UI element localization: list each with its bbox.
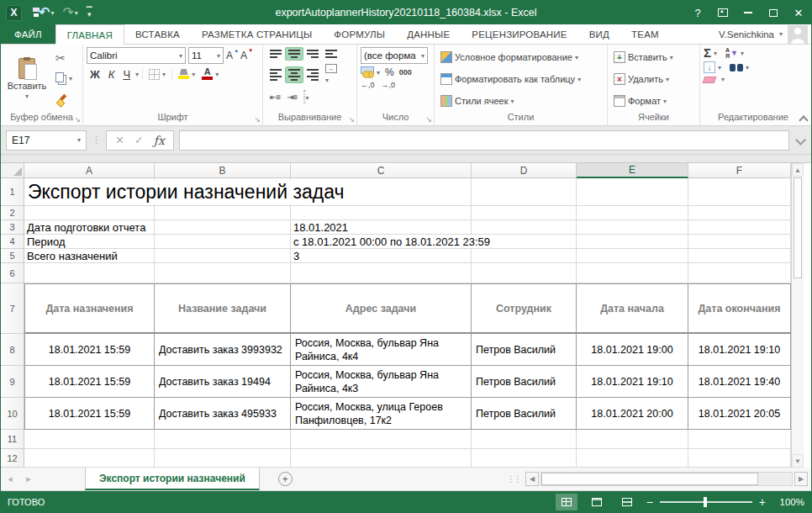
zoom-in-button[interactable]: +	[759, 497, 766, 507]
table-header-D7[interactable]: Сотрудник	[472, 283, 577, 334]
tab-file[interactable]: ФАЙЛ	[1, 24, 55, 44]
undo-dropdown[interactable]: ▾	[50, 9, 54, 17]
cell-B11[interactable]	[155, 430, 291, 449]
orientation-button[interactable]: ▾	[300, 88, 312, 105]
cell-E2[interactable]	[577, 206, 688, 220]
column-header-B[interactable]: B	[155, 163, 291, 178]
cell-D9[interactable]: Петров Василий	[472, 366, 577, 398]
sheet-tab-active[interactable]: Экспорт истории назначений	[85, 468, 260, 490]
page-break-view-button[interactable]	[616, 494, 638, 510]
cell-A11[interactable]	[24, 430, 155, 449]
horizontal-scrollbar[interactable]	[540, 472, 793, 486]
cell-A2[interactable]	[24, 206, 155, 220]
horizontal-scroll-thumb[interactable]	[541, 473, 758, 485]
row-header-2[interactable]: 2	[1, 206, 24, 220]
tab-формулы[interactable]: ФОРМУЛЫ	[323, 24, 396, 44]
row-header-7[interactable]: 7	[1, 283, 24, 334]
close-button[interactable]: ✕	[786, 1, 811, 24]
zoom-out-button[interactable]: −	[646, 497, 653, 507]
cell-A8[interactable]: 18.01.2021 15:59	[24, 334, 155, 366]
italic-button[interactable]: К	[105, 68, 119, 81]
scroll-down-arrow[interactable]: ▼	[792, 454, 804, 468]
cut-button[interactable]: ✂	[53, 49, 75, 67]
vertical-scrollbar[interactable]: ▲ ▼	[791, 163, 804, 468]
number-dialog-launcher[interactable]: ↘	[425, 115, 432, 124]
new-sheet-button[interactable]: +	[278, 472, 293, 486]
decrease-indent-button[interactable]: ⇤≡	[266, 88, 283, 105]
cell-A10[interactable]: 18.01.2021 15:59	[24, 398, 155, 430]
decrease-font-button[interactable]: А	[240, 50, 252, 61]
minimize-button[interactable]	[736, 1, 761, 24]
clipboard-dialog-launcher[interactable]: ↘	[74, 115, 81, 124]
expand-formula-bar-button[interactable]	[794, 135, 806, 146]
cell-C5[interactable]	[291, 249, 472, 263]
tab-вид[interactable]: ВИД	[578, 24, 620, 44]
sort-filter-button[interactable]: АЯ▼▾	[725, 47, 744, 59]
underline-dropdown[interactable]: ▾	[135, 71, 139, 78]
cell-D6[interactable]	[472, 263, 577, 283]
cell-E1[interactable]	[577, 178, 688, 206]
font-name-combo[interactable]: Calibri▾	[87, 47, 186, 64]
font-size-combo[interactable]: 11▾	[188, 47, 224, 64]
confirm-entry-button[interactable]: ✓	[134, 134, 144, 146]
column-header-C[interactable]: C	[291, 163, 472, 178]
cell-B2[interactable]	[155, 206, 291, 220]
align-center-button[interactable]	[285, 66, 303, 83]
row-header-8[interactable]: 8	[1, 334, 24, 366]
delete-cells-button[interactable]: ×Удалить▾	[611, 69, 696, 89]
insert-function-button[interactable]: ƒx	[154, 134, 165, 147]
cell-C12[interactable]	[291, 449, 472, 468]
cell-A3[interactable]: Дата подготовки отчета	[24, 221, 148, 234]
cell-B10[interactable]: Доставить заказ 495933	[155, 398, 291, 430]
cell-D3[interactable]	[472, 220, 577, 235]
cell-E6[interactable]	[577, 263, 688, 283]
cell-F6[interactable]	[688, 263, 791, 283]
row-header-12[interactable]: 12	[1, 449, 24, 468]
table-header-A7[interactable]: Дата назначения	[24, 283, 155, 334]
format-cells-button[interactable]: Формат▾	[611, 91, 696, 111]
scroll-right-arrow[interactable]: ▶	[794, 472, 808, 486]
cell-C3[interactable]: 18.01.2021	[291, 221, 351, 234]
cell-E10[interactable]: 18.01.2021 20:00	[577, 398, 688, 430]
decrease-decimal-button[interactable]: →,0	[382, 81, 396, 89]
cell-F8[interactable]: 18.01.2021 19:10	[688, 334, 791, 366]
zoom-slider[interactable]	[660, 501, 752, 503]
conditional-formatting-button[interactable]: Условное форматирование▾	[438, 47, 604, 67]
report-title-cell-A1[interactable]: Экспорт истории назначений задач	[24, 181, 346, 204]
scroll-up-arrow[interactable]: ▲	[792, 163, 804, 177]
fill-color-button[interactable]: ▾	[176, 68, 198, 80]
paste-dropdown[interactable]: ▾	[25, 93, 29, 100]
cell-F5[interactable]	[688, 249, 791, 263]
cell-F3[interactable]	[688, 220, 791, 235]
cell-F1[interactable]	[688, 178, 791, 206]
row-header-11[interactable]: 11	[1, 430, 24, 449]
cell-B6[interactable]	[155, 263, 291, 283]
merge-center-button[interactable]: ↔▾	[322, 61, 340, 87]
comma-style-button[interactable]: 000	[399, 68, 412, 77]
align-middle-button[interactable]	[285, 47, 303, 61]
row-header-10[interactable]: 10	[1, 398, 24, 430]
customize-qat-button[interactable]: ▔▾	[87, 9, 92, 16]
ribbon-display-options-button[interactable]	[710, 1, 736, 24]
account-area[interactable]: V.Senichkina ▾	[719, 24, 811, 44]
clear-button[interactable]: ▾	[704, 76, 725, 83]
wrap-text-button[interactable]	[322, 47, 340, 61]
redo-dropdown[interactable]: ▾	[75, 9, 78, 17]
redo-button[interactable]: ↷▾	[62, 7, 77, 19]
row-header-1[interactable]: 1	[1, 178, 24, 206]
row-header-4[interactable]: 4	[1, 235, 24, 249]
tab-данные[interactable]: ДАННЫЕ	[396, 24, 461, 44]
cell-D5[interactable]	[472, 249, 577, 263]
cell-E11[interactable]	[577, 430, 688, 449]
cell-E12[interactable]	[577, 449, 688, 468]
number-format-combo[interactable]: (все форма▾	[361, 47, 428, 64]
column-header-A[interactable]: A	[24, 163, 155, 178]
zoom-slider-thumb[interactable]	[704, 497, 707, 507]
cell-D10[interactable]: Петров Василий	[472, 398, 577, 430]
row-header-3[interactable]: 3	[1, 220, 24, 235]
cell-C6[interactable]	[291, 263, 472, 283]
name-box[interactable]: E17 ▾	[6, 130, 87, 151]
sheet-nav-prev[interactable]: ◂	[1, 468, 19, 490]
cell-C10[interactable]: Россия, Москва, улица Героев Панфиловцев…	[291, 398, 472, 430]
cancel-entry-button[interactable]: ✕	[115, 134, 124, 146]
